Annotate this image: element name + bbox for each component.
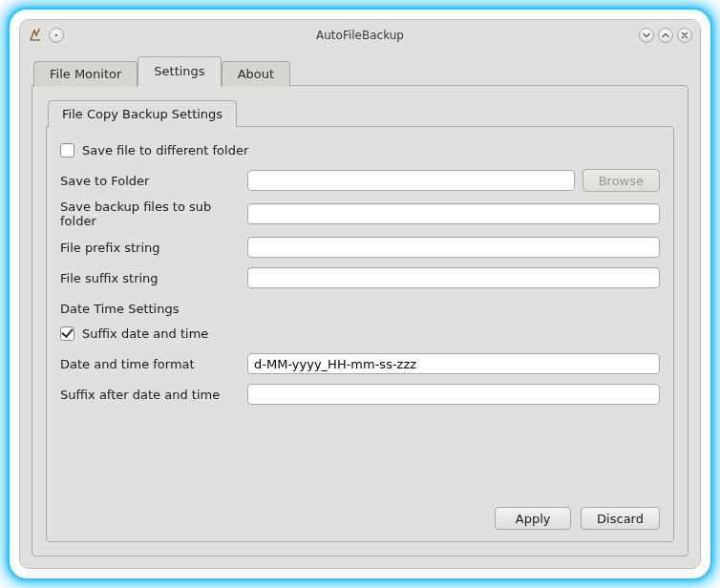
app-icon (28, 28, 43, 43)
suffix-date-time-label: Suffix date and time (82, 326, 208, 341)
file-prefix-label: File prefix string (60, 241, 247, 255)
client-area: File Monitor Settings About File Copy Ba… (20, 51, 700, 568)
svg-point-0 (38, 29, 40, 31)
save-to-folder-label: Save to Folder (60, 174, 247, 188)
file-suffix-label: File suffix string (60, 271, 247, 285)
window-title: AutoFileBackup (123, 29, 597, 42)
save-sub-folder-label: Save backup files to sub folder (60, 200, 247, 228)
maximize-button[interactable] (658, 28, 673, 43)
main-tabs: File Monitor Settings About File Copy Ba… (32, 56, 688, 556)
close-button[interactable] (677, 28, 692, 43)
file-copy-backup-panel: Save file to different folder Save to Fo… (46, 126, 674, 542)
file-prefix-input[interactable] (247, 237, 660, 258)
tab-settings[interactable]: Settings (138, 56, 221, 86)
date-time-settings-heading: Date Time Settings (60, 302, 179, 316)
settings-inner-tabs: File Copy Backup Settings Save file to d… (46, 99, 674, 542)
svg-point-1 (55, 34, 58, 37)
save-sub-folder-input[interactable] (247, 203, 660, 224)
tab-file-monitor[interactable]: File Monitor (33, 61, 138, 87)
file-suffix-input[interactable] (247, 267, 660, 288)
tab-file-copy-backup-settings[interactable]: File Copy Backup Settings (48, 100, 237, 127)
apply-button[interactable]: Apply (495, 507, 571, 530)
suffix-after-label: Suffix after date and time (60, 388, 247, 402)
app-window: AutoFileBackup File Monitor Settings Abo… (19, 19, 701, 569)
suffix-after-input[interactable] (247, 384, 660, 405)
discard-button[interactable]: Discard (581, 507, 660, 530)
titlebar: AutoFileBackup (20, 20, 700, 51)
suffix-date-time-checkbox[interactable]: Suffix date and time (60, 326, 208, 341)
save-to-folder-input[interactable] (247, 170, 575, 191)
settings-panel: File Copy Backup Settings Save file to d… (32, 85, 688, 556)
browse-button[interactable]: Browse (582, 169, 660, 192)
save-to-different-folder-label: Save file to different folder (82, 143, 248, 158)
tab-about[interactable]: About (222, 61, 290, 87)
minimize-button[interactable] (639, 28, 654, 43)
dialog-footer: Apply Discard (60, 499, 660, 530)
checkbox-icon (60, 143, 74, 158)
checkbox-checked-icon (60, 326, 74, 341)
datetime-format-label: Date and time format (60, 357, 247, 371)
save-to-different-folder-checkbox[interactable]: Save file to different folder (60, 143, 248, 158)
window-menu-button[interactable] (49, 28, 64, 43)
datetime-format-input[interactable] (247, 353, 660, 374)
